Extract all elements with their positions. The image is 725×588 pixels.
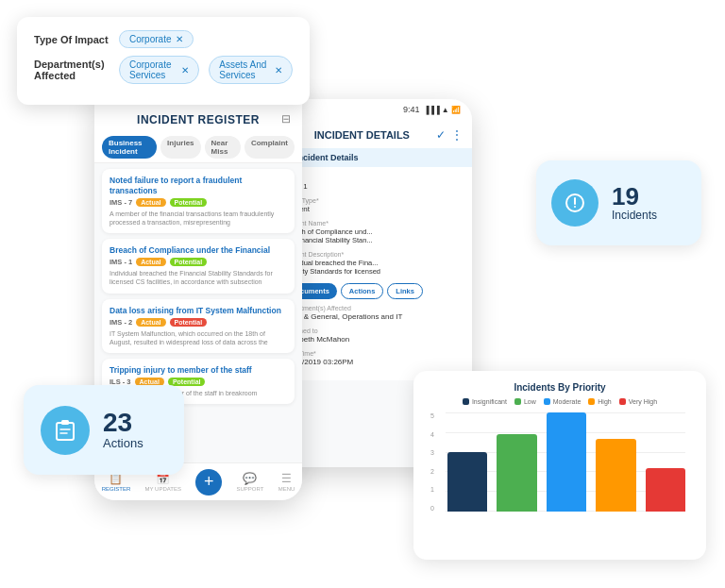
detail-content: Code* IMS - 1 Event Type* Incident Incid… bbox=[274, 167, 472, 380]
actual-badge: Actual bbox=[136, 318, 165, 327]
actions-text: 23 Actions bbox=[103, 410, 143, 450]
legend-low: Low bbox=[514, 398, 536, 405]
actual-badge: Actual bbox=[136, 198, 165, 207]
incident-meta: IMS - 7 Actual Potential bbox=[110, 198, 287, 207]
menu-icon: ☰ bbox=[281, 472, 292, 485]
detail-row: Event Type* Incident bbox=[283, 197, 463, 213]
departments-field: Department(s) Affected Legal & General, … bbox=[283, 305, 463, 321]
tab-bar: Business Incident Injuries Near Miss Com… bbox=[94, 132, 302, 163]
high-badge: Potential bbox=[170, 318, 208, 327]
y-axis: 0 1 2 3 4 5 bbox=[430, 412, 434, 512]
filter-card: Type Of Impact Corporate ✕ Department(s)… bbox=[17, 17, 310, 105]
close-icon[interactable]: ✕ bbox=[176, 34, 183, 44]
svg-rect-0 bbox=[57, 423, 74, 440]
incidents-card: 19 Incidents bbox=[536, 160, 701, 245]
tab-near-miss[interactable]: Near Miss bbox=[205, 136, 241, 159]
legend-high: High bbox=[588, 398, 611, 405]
legend-dot-low bbox=[514, 398, 521, 405]
actions-number: 23 bbox=[103, 410, 143, 436]
tab-business-incident[interactable]: Business Incident bbox=[102, 136, 157, 159]
legend-dot-moderate bbox=[544, 398, 550, 405]
doc-action-buttons: Documents Actions Links bbox=[283, 283, 463, 299]
potential-badge: Potential bbox=[170, 258, 208, 266]
actual-badge: Actual bbox=[136, 258, 165, 266]
actions-label: Actions bbox=[103, 436, 143, 450]
chart-legend: Insignificant Low Moderate High Very Hig… bbox=[427, 398, 693, 405]
departments-label: Department(s) Affected bbox=[34, 59, 110, 81]
legend-insignificant: Insignificant bbox=[463, 398, 507, 405]
details-title: INCIDENT DETAILS bbox=[314, 129, 410, 141]
detail-row: Incident Name* Breach of Compliance und.… bbox=[283, 220, 463, 244]
actions-icon-wrap bbox=[41, 406, 90, 455]
incidents-icon-wrap bbox=[551, 179, 599, 227]
type-of-impact-label: Type Of Impact bbox=[34, 34, 110, 45]
assets-services-tag[interactable]: Assets And Services ✕ bbox=[209, 56, 293, 84]
filter-icon[interactable]: ⊟ bbox=[281, 112, 291, 126]
checkmark-icon[interactable]: ✓ bbox=[436, 128, 446, 142]
bar-very-high bbox=[646, 468, 685, 512]
detail-row: Incident Description* Individual breache… bbox=[283, 251, 463, 276]
corporate-services-tag[interactable]: Corporate Services ✕ bbox=[119, 56, 199, 84]
tab-injuries[interactable]: Injuries bbox=[160, 136, 200, 159]
tab-complaint[interactable]: Complaint bbox=[244, 136, 295, 159]
incident-title: Breach of Compliance under the Financial bbox=[110, 245, 287, 256]
detail-row: Code* IMS - 1 bbox=[283, 175, 463, 191]
more-icon[interactable]: ⋮ bbox=[451, 128, 463, 142]
chart-card: Incidents By Priority Insignificant Low … bbox=[413, 371, 706, 560]
potential-badge: Potential bbox=[168, 378, 206, 386]
nav-register[interactable]: 📋 REGISTER bbox=[102, 472, 131, 492]
departments-row: Department(s) Affected Corporate Service… bbox=[34, 56, 293, 84]
date-field: Date/Time* 30/12/2019 03:26PM bbox=[283, 350, 463, 366]
actions-button[interactable]: Actions bbox=[341, 283, 384, 299]
legend-dot-insignificant bbox=[463, 398, 469, 405]
legend-dot-very-high bbox=[619, 398, 626, 405]
incident-title: Tripping injury to member of the staff bbox=[110, 365, 287, 376]
incidents-number: 19 bbox=[612, 184, 657, 209]
chart-bars-area: 0 1 2 3 4 5 bbox=[427, 412, 693, 512]
bar-moderate bbox=[547, 412, 586, 512]
nav-my-updates[interactable]: 📅 MY UPDATES bbox=[145, 472, 181, 492]
list-item[interactable]: Breach of Compliance under the Financial… bbox=[102, 239, 295, 293]
incidents-icon bbox=[564, 192, 586, 214]
incident-meta: IMS - 2 Actual Potential bbox=[110, 318, 287, 327]
svg-rect-1 bbox=[61, 420, 69, 425]
list-item[interactable]: Data loss arising from IT System Malfunc… bbox=[102, 299, 295, 353]
svg-point-6 bbox=[574, 206, 576, 208]
corporate-tag[interactable]: Corporate ✕ bbox=[119, 30, 194, 48]
section-header[interactable]: ▲ Incident Details bbox=[274, 148, 472, 167]
incident-list: Noted failure to report a fraudulent tra… bbox=[94, 163, 302, 415]
register-title: INCIDENT REGISTER bbox=[137, 113, 260, 126]
bar-insignificant bbox=[447, 452, 487, 512]
bar-low bbox=[497, 434, 536, 512]
add-button[interactable]: + bbox=[195, 469, 222, 496]
type-of-impact-row: Type Of Impact Corporate ✕ bbox=[34, 30, 293, 48]
assigned-to-field: Assigned to Elizabeth McMahon bbox=[283, 328, 463, 344]
bar-group bbox=[447, 412, 685, 512]
bar-high bbox=[596, 439, 635, 512]
support-icon: 💬 bbox=[243, 472, 257, 485]
close-icon[interactable]: ✕ bbox=[275, 65, 282, 76]
details-action-buttons: ✓ ⋮ bbox=[436, 128, 463, 142]
legend-moderate: Moderate bbox=[544, 398, 582, 405]
chart-title: Incidents By Priority bbox=[427, 382, 693, 393]
clipboard-icon bbox=[53, 418, 77, 443]
legend-dot-high bbox=[588, 398, 595, 405]
list-item[interactable]: Noted failure to report a fraudulent tra… bbox=[102, 169, 295, 233]
incident-title: Noted failure to report a fraudulent tra… bbox=[110, 176, 287, 196]
details-header: ‹ INCIDENT DETAILS ✓ ⋮ bbox=[274, 120, 472, 148]
links-button[interactable]: Links bbox=[387, 283, 423, 299]
legend-very-high: Very High bbox=[619, 398, 657, 405]
register-header: INCIDENT REGISTER ⊟ bbox=[94, 106, 302, 132]
potential-badge: Potential bbox=[170, 198, 208, 207]
incidents-label: Incidents bbox=[612, 209, 657, 222]
incident-title: Data loss arising from IT System Malfunc… bbox=[110, 306, 287, 316]
incident-meta: IMS - 1 Actual Potential bbox=[110, 258, 287, 266]
close-icon[interactable]: ✕ bbox=[181, 65, 189, 76]
nav-menu[interactable]: ☰ MENU bbox=[278, 472, 295, 492]
nav-support[interactable]: 💬 SUPPORT bbox=[237, 472, 264, 492]
actions-card: 23 Actions bbox=[24, 385, 184, 475]
incidents-text: 19 Incidents bbox=[612, 184, 657, 222]
